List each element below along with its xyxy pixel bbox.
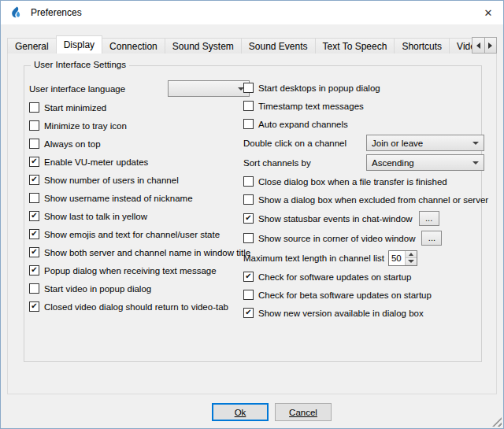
check-icon: ✔ xyxy=(31,248,37,256)
check-icon: ✔ xyxy=(31,176,37,183)
closed-video-return-checkbox[interactable]: ✔ xyxy=(29,301,39,312)
ok-button[interactable]: Ok xyxy=(212,403,269,421)
new-version-dialog-checkbox[interactable]: ✔ xyxy=(243,308,254,318)
setting-row: ✔ Check for software updates on startup xyxy=(243,268,484,286)
tab-sound-events[interactable]: Sound Events xyxy=(241,38,316,54)
vu-meter-checkbox[interactable]: ✔ xyxy=(29,157,39,167)
combobox-value: Join or leave xyxy=(367,139,423,148)
setting-row: ✔ Close dialog box when a file transfer … xyxy=(243,172,484,190)
double-click-combobox[interactable]: Join or leave xyxy=(366,135,484,151)
language-label: User interface language xyxy=(29,84,125,94)
setting-row: ✔ Closed video dialog should return to v… xyxy=(29,298,250,316)
max-text-length-spinner[interactable]: 50 xyxy=(388,250,417,266)
setting-row: ✔ Popup dialog when receiving text messa… xyxy=(29,261,250,279)
minimize-to-tray-checkbox[interactable]: ✔ xyxy=(29,120,39,131)
video-source-corner-checkbox[interactable]: ✔ xyxy=(243,233,254,243)
server-channel-title-checkbox[interactable]: ✔ xyxy=(29,247,39,257)
popup-text-message-checkbox[interactable]: ✔ xyxy=(29,265,39,276)
chevron-down-icon xyxy=(472,155,479,170)
setting-row: ✔ Show new version available in dialog b… xyxy=(243,304,484,322)
app-icon xyxy=(9,6,22,19)
emojis-text-checkbox[interactable]: ✔ xyxy=(29,229,39,239)
tab-bar: General Display Connection Sound System … xyxy=(7,35,472,54)
checkbox-label: Show number of users in channel xyxy=(44,176,179,185)
show-username-checkbox[interactable]: ✔ xyxy=(29,193,39,203)
checkbox-label: Start video in popup dialog xyxy=(44,284,151,294)
setting-row: ✔ Always on top xyxy=(29,135,250,153)
setting-row: ✔ Minimize to tray icon xyxy=(29,116,250,135)
arrow-left-icon xyxy=(476,43,480,49)
checkbox-label: Show emojis and text for channel/user st… xyxy=(44,230,220,239)
close-on-transfer-checkbox[interactable]: ✔ xyxy=(243,176,254,187)
checkbox-label: Show statusbar events in chat-window xyxy=(258,214,413,224)
sort-channels-row: Sort channels by Ascending xyxy=(243,153,484,172)
tab-video[interactable]: Video xyxy=(449,38,472,54)
tab-general[interactable]: General xyxy=(7,38,57,54)
check-updates-checkbox[interactable]: ✔ xyxy=(243,272,254,282)
checkbox-label: Closed video dialog should return to vid… xyxy=(44,302,228,312)
setting-row: ✔ Show number of users in channel xyxy=(29,171,250,189)
start-minimized-checkbox[interactable]: ✔ xyxy=(29,102,39,113)
video-source-config-button[interactable]: ... xyxy=(421,231,442,246)
checkbox-label: Timestamp text messages xyxy=(258,102,364,111)
check-beta-updates-checkbox[interactable]: ✔ xyxy=(243,290,254,300)
checkbox-label: Show both server and channel name in win… xyxy=(44,248,250,257)
spin-up-button[interactable] xyxy=(406,251,417,258)
setting-row: ✔ Start desktops in popup dialog xyxy=(243,79,484,97)
tab-text-to-speech[interactable]: Text To Speech xyxy=(315,38,395,54)
check-icon: ✔ xyxy=(31,302,37,310)
user-interface-settings-group: User Interface Settings User interface l… xyxy=(24,65,482,362)
show-user-count-checkbox[interactable]: ✔ xyxy=(29,175,39,185)
checkbox-label: Show username instead of nickname xyxy=(44,194,193,203)
close-icon: ✕ xyxy=(484,7,493,19)
tab-label: Sound System xyxy=(172,41,234,52)
cancel-button[interactable]: Cancel xyxy=(275,403,332,421)
tab-label: Sound Events xyxy=(249,41,308,52)
desktops-popup-checkbox[interactable]: ✔ xyxy=(243,83,254,93)
display-tab-pane: User Interface Settings User interface l… xyxy=(7,53,497,394)
setting-row: ✔ Auto expand channels xyxy=(243,115,484,133)
always-on-top-checkbox[interactable]: ✔ xyxy=(29,139,39,149)
double-click-row: Double click on a channel Join or leave xyxy=(243,133,484,153)
video-popup-checkbox[interactable]: ✔ xyxy=(29,283,39,294)
close-button[interactable]: ✕ xyxy=(474,2,502,24)
sort-channels-combobox[interactable]: Ascending xyxy=(366,154,484,171)
window-title: Preferences xyxy=(31,7,82,18)
tab-connection[interactable]: Connection xyxy=(102,38,165,54)
max-text-length-label: Maximum text length in channel list xyxy=(243,253,384,263)
setting-row: ✔ Show last to talk in yellow xyxy=(29,207,250,225)
tab-display[interactable]: Display xyxy=(56,35,102,54)
statusbar-events-row: ✔ Show statusbar events in chat-window .… xyxy=(243,209,484,228)
right-column: ✔ Start desktops in popup dialog ✔ Times… xyxy=(243,79,484,322)
excluded-dialog-checkbox[interactable]: ✔ xyxy=(243,194,254,205)
tab-label: Text To Speech xyxy=(323,41,387,52)
arrow-up-icon xyxy=(409,253,413,256)
statusbar-events-checkbox[interactable]: ✔ xyxy=(243,213,254,224)
tab-label: Connection xyxy=(109,41,158,52)
statusbar-events-config-button[interactable]: ... xyxy=(419,211,439,226)
title-bar[interactable]: Preferences ✕ xyxy=(1,1,503,24)
tab-scroll-right-button[interactable] xyxy=(485,37,498,54)
checkbox-label: Start desktops in popup dialog xyxy=(258,83,380,93)
last-to-talk-checkbox[interactable]: ✔ xyxy=(29,211,39,221)
sort-channels-label: Sort channels by xyxy=(243,158,311,168)
check-icon: ✔ xyxy=(245,214,251,222)
arrow-right-icon xyxy=(488,43,492,49)
tab-shortcuts[interactable]: Shortcuts xyxy=(394,38,450,54)
timestamp-messages-checkbox[interactable]: ✔ xyxy=(243,101,254,111)
setting-row: ✔ Show username instead of nickname xyxy=(29,189,250,207)
setting-row: ✔ Check for beta software updates on sta… xyxy=(243,286,484,304)
checkbox-label: Show source in corner of video window xyxy=(258,234,415,243)
tab-sound-system[interactable]: Sound System xyxy=(165,38,242,54)
checkbox-label: Popup dialog when receiving text message xyxy=(44,266,217,276)
resize-grip[interactable] xyxy=(492,417,502,427)
tab-scroll-left-button[interactable] xyxy=(472,37,485,54)
setting-row: ✔ Start video in popup dialog xyxy=(29,279,250,298)
check-icon: ✔ xyxy=(31,230,37,238)
spin-down-button[interactable] xyxy=(406,257,417,265)
check-icon: ✔ xyxy=(245,309,251,316)
check-icon: ✔ xyxy=(245,272,251,280)
checkbox-label: Check for software updates on startup xyxy=(258,272,411,282)
language-combobox[interactable] xyxy=(168,80,250,97)
auto-expand-channels-checkbox[interactable]: ✔ xyxy=(243,119,254,129)
